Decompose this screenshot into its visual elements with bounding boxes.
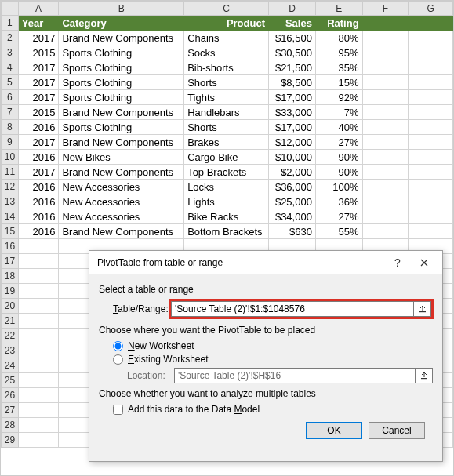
- cell-F8[interactable]: [362, 120, 409, 135]
- cell-E12[interactable]: 100%: [315, 180, 362, 194]
- cell-B14[interactable]: New Accessories: [59, 209, 184, 224]
- cell-A20[interactable]: [18, 299, 59, 314]
- cell-E10[interactable]: 90%: [315, 150, 362, 165]
- cell-G10[interactable]: [409, 150, 453, 165]
- cell-B11[interactable]: Brand New Components: [59, 165, 184, 180]
- cell-C6[interactable]: Tights: [184, 90, 269, 105]
- cell-D3[interactable]: $30,500: [269, 45, 316, 60]
- cell-G6[interactable]: [409, 90, 453, 105]
- cell-A11[interactable]: 2017: [18, 165, 59, 180]
- row-header-13[interactable]: 13: [2, 194, 19, 209]
- cell-C10[interactable]: Cargo Bike: [184, 150, 269, 165]
- cell-B4[interactable]: Sports Clothing: [59, 60, 184, 75]
- cell-A5[interactable]: 2017: [18, 75, 59, 90]
- cell-F3[interactable]: [362, 45, 409, 60]
- new-worksheet-radio[interactable]: [113, 341, 123, 351]
- cell-B15[interactable]: Brand New Components: [59, 224, 184, 239]
- cell-D1[interactable]: Sales: [269, 16, 316, 31]
- cell-A22[interactable]: [18, 329, 59, 343]
- location-input[interactable]: [174, 368, 416, 383]
- cell-D9[interactable]: $12,000: [269, 135, 316, 150]
- cell-D8[interactable]: $17,000: [269, 120, 316, 135]
- cell-E5[interactable]: 15%: [315, 75, 362, 90]
- cell-F11[interactable]: [362, 165, 409, 180]
- row-header-9[interactable]: 9: [2, 135, 19, 150]
- cell-A26[interactable]: [18, 388, 59, 403]
- cell-G5[interactable]: [409, 75, 453, 90]
- row-header-22[interactable]: 22: [2, 329, 19, 343]
- cell-E1[interactable]: Rating: [315, 16, 362, 31]
- location-picker-button[interactable]: [416, 368, 433, 383]
- cell-A14[interactable]: 2016: [18, 209, 59, 224]
- cell-B7[interactable]: Brand New Components: [59, 105, 184, 120]
- existing-worksheet-radio[interactable]: [113, 354, 123, 365]
- cell-D7[interactable]: $33,000: [269, 105, 316, 120]
- cell-C7[interactable]: Handlebars: [184, 105, 269, 120]
- cell-A4[interactable]: 2017: [18, 60, 59, 75]
- cell-D10[interactable]: $10,000: [269, 150, 316, 165]
- cell-C3[interactable]: Socks: [184, 45, 269, 60]
- cell-A28[interactable]: [18, 418, 59, 433]
- row-header-17[interactable]: 17: [2, 254, 19, 269]
- new-worksheet-option[interactable]: New Worksheet: [113, 340, 433, 351]
- cell-F1[interactable]: [362, 16, 409, 31]
- cell-G14[interactable]: [409, 209, 453, 224]
- cell-B8[interactable]: Sports Clothing: [59, 120, 184, 135]
- col-header-E[interactable]: E: [315, 2, 362, 16]
- row-header-10[interactable]: 10: [2, 150, 19, 165]
- cell-A25[interactable]: [18, 373, 59, 388]
- ok-button[interactable]: OK: [306, 422, 362, 439]
- cell-A24[interactable]: [18, 358, 59, 373]
- row-header-27[interactable]: 27: [2, 403, 19, 418]
- cell-A8[interactable]: 2016: [18, 120, 59, 135]
- cell-C4[interactable]: Bib-shorts: [184, 60, 269, 75]
- existing-worksheet-option[interactable]: Existing Worksheet: [113, 354, 433, 365]
- cell-C5[interactable]: Shorts: [184, 75, 269, 90]
- row-header-29[interactable]: 29: [2, 433, 19, 448]
- cell-C13[interactable]: Lights: [184, 194, 269, 209]
- cell-B13[interactable]: New Accessories: [59, 194, 184, 209]
- cell-C2[interactable]: Chains: [184, 31, 269, 45]
- cell-D11[interactable]: $2,000: [269, 165, 316, 180]
- cell-D4[interactable]: $21,500: [269, 60, 316, 75]
- cell-D15[interactable]: $630: [269, 224, 316, 239]
- row-header-28[interactable]: 28: [2, 418, 19, 433]
- cell-C8[interactable]: Shorts: [184, 120, 269, 135]
- cell-G2[interactable]: [409, 31, 453, 45]
- cell-A21[interactable]: [18, 314, 59, 329]
- cell-F7[interactable]: [362, 105, 409, 120]
- cell-A27[interactable]: [18, 403, 59, 418]
- row-header-26[interactable]: 26: [2, 388, 19, 403]
- cell-A16[interactable]: [18, 239, 59, 254]
- row-header-23[interactable]: 23: [2, 343, 19, 358]
- range-picker-button[interactable]: [414, 301, 431, 317]
- table-range-input[interactable]: [171, 301, 414, 317]
- row-header-24[interactable]: 24: [2, 358, 19, 373]
- cell-A2[interactable]: 2017: [18, 31, 59, 45]
- col-header-G[interactable]: G: [409, 2, 453, 16]
- cell-E9[interactable]: 27%: [315, 135, 362, 150]
- cell-A9[interactable]: 2017: [18, 135, 59, 150]
- cell-D2[interactable]: $16,500: [269, 31, 316, 45]
- cell-G9[interactable]: [409, 135, 453, 150]
- cell-D13[interactable]: $25,000: [269, 194, 316, 209]
- cell-C9[interactable]: Brakes: [184, 135, 269, 150]
- cell-C11[interactable]: Top Brackets: [184, 165, 269, 180]
- cell-A17[interactable]: [18, 254, 59, 269]
- cell-B12[interactable]: New Accessories: [59, 180, 184, 194]
- cell-F4[interactable]: [362, 60, 409, 75]
- row-header-21[interactable]: 21: [2, 314, 19, 329]
- row-header-7[interactable]: 7: [2, 105, 19, 120]
- cell-E11[interactable]: 90%: [315, 165, 362, 180]
- cell-E13[interactable]: 36%: [315, 194, 362, 209]
- cell-A19[interactable]: [18, 284, 59, 299]
- cell-F9[interactable]: [362, 135, 409, 150]
- cell-G4[interactable]: [409, 60, 453, 75]
- cell-E6[interactable]: 92%: [315, 90, 362, 105]
- cell-A12[interactable]: 2016: [18, 180, 59, 194]
- cell-F12[interactable]: [362, 180, 409, 194]
- cell-A10[interactable]: 2016: [18, 150, 59, 165]
- cell-F6[interactable]: [362, 90, 409, 105]
- cell-G13[interactable]: [409, 194, 453, 209]
- col-header-C[interactable]: C: [184, 2, 269, 16]
